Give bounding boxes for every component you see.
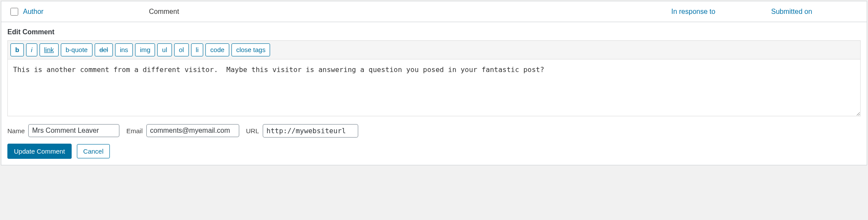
table-header-row: Author Comment In response to Submitted … [1, 1, 867, 22]
quicktags-toolbar: b i link b-quote del ins img ul ol li co… [8, 41, 860, 59]
author-name-input[interactable] [28, 124, 119, 137]
column-header-author[interactable]: Author [23, 8, 149, 16]
comments-table: Author Comment In response to Submitted … [1, 1, 867, 165]
qt-ul-button[interactable]: ul [157, 43, 172, 56]
qt-bold-button[interactable]: b [10, 43, 24, 56]
qt-close-button[interactable]: close tags [231, 43, 271, 56]
author-url-input[interactable] [263, 124, 358, 138]
qt-link-button[interactable]: link [40, 43, 59, 56]
qt-li-button[interactable]: li [191, 43, 204, 56]
name-field-group: Name [7, 124, 119, 137]
update-comment-button[interactable]: Update Comment [7, 144, 72, 159]
url-label: URL [246, 127, 259, 135]
qt-ol-button[interactable]: ol [174, 43, 189, 56]
select-all-cell [6, 8, 23, 16]
qt-ins-button[interactable]: ins [115, 43, 133, 56]
url-field-group: URL [246, 124, 358, 138]
response-sort-link[interactable]: In response to [671, 8, 715, 15]
email-label: Email [126, 127, 143, 135]
select-all-checkbox[interactable] [10, 8, 18, 16]
comment-content-textarea[interactable] [8, 59, 860, 116]
author-email-input[interactable] [146, 124, 239, 137]
column-header-submitted[interactable]: Submitted on [771, 8, 862, 16]
qt-italic-button[interactable]: i [26, 43, 37, 56]
submitted-sort-link[interactable]: Submitted on [771, 8, 812, 15]
author-sort-link[interactable]: Author [23, 8, 43, 15]
edit-actions-row: Update Comment Cancel [1, 144, 867, 159]
author-fields-row: Name Email URL [1, 116, 867, 144]
edit-comment-title: Edit Comment [1, 22, 867, 40]
editor-wrap: b i link b-quote del ins img ul ol li co… [7, 40, 861, 116]
column-header-comment: Comment [149, 8, 671, 16]
qt-bquote-button[interactable]: b-quote [61, 43, 92, 56]
inline-edit-row: Edit Comment b i link b-quote del ins im… [1, 22, 867, 165]
qt-code-button[interactable]: code [205, 43, 229, 56]
email-field-group: Email [126, 124, 239, 137]
qt-del-button[interactable]: del [95, 43, 113, 56]
qt-img-button[interactable]: img [135, 43, 155, 56]
cancel-button[interactable]: Cancel [77, 144, 110, 158]
name-label: Name [7, 127, 25, 135]
column-header-response[interactable]: In response to [671, 8, 771, 16]
